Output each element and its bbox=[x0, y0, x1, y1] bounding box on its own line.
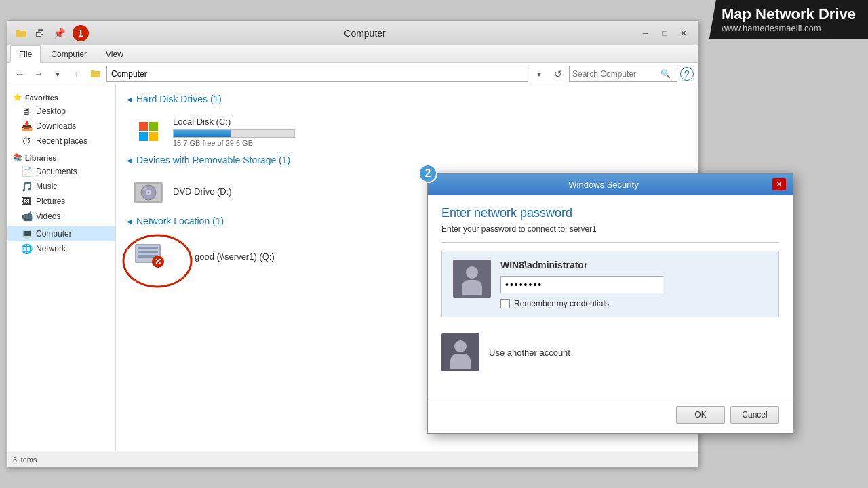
libraries-header: 📚 Libraries bbox=[7, 151, 115, 164]
network-drive-icon-container: ✕ bbox=[132, 237, 173, 278]
avatar-head bbox=[466, 266, 478, 279]
local-disk-item[interactable]: Local Disk (C:) 15.7 GB free of 29.6 GB bbox=[127, 111, 687, 152]
user-avatar bbox=[453, 260, 491, 298]
sidebar-item-music[interactable]: 🎵 Music bbox=[7, 179, 115, 194]
folder-icon bbox=[13, 25, 29, 41]
computer-icon: 💻 bbox=[21, 228, 32, 239]
sidebar: ⭐ Favorites 🖥 Desktop 📥 Downloads ⏱ Rece… bbox=[7, 85, 116, 451]
drive-size: 15.7 GB free of 29.6 GB bbox=[173, 139, 682, 147]
svg-point-8 bbox=[148, 192, 150, 194]
removable-section-header: Devices with Removable Storage (1) bbox=[127, 155, 687, 165]
forward-button[interactable]: → bbox=[31, 66, 47, 82]
local-disk-icon bbox=[132, 115, 165, 148]
use-another-text: Use another account bbox=[489, 348, 570, 358]
up-button[interactable]: ↑ bbox=[68, 66, 85, 82]
sidebar-item-desktop[interactable]: 🖥 Desktop bbox=[7, 104, 115, 119]
credential-fields: WIN8\administrator Remember my credentia… bbox=[500, 260, 768, 308]
back-button[interactable]: ← bbox=[12, 66, 28, 82]
sidebar-item-network[interactable]: 🌐 Network bbox=[7, 241, 115, 256]
favorites-header: ⭐ Favorites bbox=[7, 91, 115, 104]
credential-username: WIN8\administrator bbox=[500, 260, 768, 270]
desktop-icon: 🖥 bbox=[21, 106, 32, 117]
annotation-banner: Map Network Drive www.hamedesmaeili.com bbox=[709, 0, 868, 39]
security-dialog: 2 Windows Security ✕ Enter network passw… bbox=[427, 173, 793, 434]
svg-rect-1 bbox=[16, 30, 20, 32]
libraries-group: 📚 Libraries 📄 Documents 🎵 Music 🖼 Pictur… bbox=[7, 151, 115, 224]
use-another-head bbox=[454, 340, 467, 352]
dialog-subtitle: Enter your password to connect to: serve… bbox=[441, 224, 779, 243]
status-bar: 3 items bbox=[7, 451, 698, 467]
dialog-main-title: Enter network password bbox=[441, 206, 779, 220]
avatar-body bbox=[462, 280, 482, 295]
cancel-button[interactable]: Cancel bbox=[730, 406, 779, 424]
dialog-footer: OK Cancel bbox=[428, 399, 793, 433]
recent-locations-button[interactable]: ▼ bbox=[50, 66, 66, 82]
new-window-icon[interactable]: 🗗 bbox=[32, 25, 48, 41]
annotation-title: Map Network Drive bbox=[722, 5, 856, 23]
maximize-button[interactable]: □ bbox=[656, 26, 673, 40]
hard-disk-section-header: Hard Disk Drives (1) bbox=[127, 94, 687, 104]
sidebar-item-pictures[interactable]: 🖼 Pictures bbox=[7, 194, 115, 209]
documents-icon: 📄 bbox=[21, 166, 32, 177]
tab-view[interactable]: View bbox=[97, 45, 132, 62]
annotation-subtitle: www.hamedesmaeili.com bbox=[722, 23, 856, 33]
sidebar-item-documents[interactable]: 📄 Documents bbox=[7, 164, 115, 179]
use-another-figure bbox=[441, 340, 479, 371]
svg-text:✕: ✕ bbox=[155, 257, 161, 266]
help-button[interactable]: ? bbox=[680, 67, 694, 81]
pictures-icon: 🖼 bbox=[21, 196, 32, 207]
remember-checkbox[interactable] bbox=[500, 299, 510, 308]
address-text: Computer bbox=[111, 69, 147, 79]
minimize-button[interactable]: ─ bbox=[637, 26, 654, 40]
address-icon bbox=[87, 66, 104, 82]
recent-icon: ⏱ bbox=[21, 136, 32, 146]
status-text: 3 items bbox=[13, 455, 37, 464]
drive-bar-fill bbox=[174, 130, 231, 137]
ribbon: File Computer View bbox=[7, 45, 698, 63]
local-disk-name: Local Disk (C:) bbox=[173, 117, 682, 127]
search-box: 🔍 bbox=[569, 66, 677, 82]
drive-bar bbox=[173, 129, 295, 138]
close-button[interactable]: ✕ bbox=[675, 26, 692, 40]
address-bar: ← → ▼ ↑ Computer ▼ ↺ 🔍 ? bbox=[7, 63, 698, 85]
sidebar-item-videos[interactable]: 📹 Videos bbox=[7, 209, 115, 224]
avatar-figure bbox=[453, 266, 491, 298]
address-path[interactable]: Computer bbox=[106, 66, 528, 82]
videos-icon: 📹 bbox=[21, 211, 32, 222]
network-icon: 🌐 bbox=[21, 243, 32, 254]
window-title: Computer bbox=[93, 28, 637, 39]
window-controls: ─ □ ✕ bbox=[637, 26, 692, 40]
svg-rect-13 bbox=[138, 251, 158, 253]
tab-file[interactable]: File bbox=[10, 45, 41, 63]
password-input[interactable] bbox=[500, 276, 663, 293]
refresh-button[interactable]: ↺ bbox=[550, 66, 566, 82]
use-another-section[interactable]: Use another account bbox=[441, 328, 779, 377]
remember-row: Remember my credentials bbox=[500, 299, 768, 308]
local-disk-info: Local Disk (C:) 15.7 GB free of 29.6 GB bbox=[173, 117, 682, 147]
svg-rect-3 bbox=[91, 70, 95, 73]
downloads-icon: 📥 bbox=[21, 121, 32, 131]
sidebar-item-recent[interactable]: ⏱ Recent places bbox=[7, 134, 115, 148]
use-another-avatar bbox=[441, 333, 479, 371]
ribbon-tabs: File Computer View bbox=[7, 45, 698, 62]
title-bar-icons: 🗗 📌 bbox=[13, 25, 67, 41]
svg-rect-12 bbox=[138, 247, 158, 249]
pin-icon[interactable]: 📌 bbox=[51, 25, 67, 41]
sidebar-item-computer[interactable]: 💻 Computer bbox=[7, 226, 115, 241]
tab-computer[interactable]: Computer bbox=[42, 45, 96, 62]
address-dropdown-button[interactable]: ▼ bbox=[531, 66, 547, 82]
dvd-icon bbox=[132, 176, 165, 209]
dialog-title: Windows Security bbox=[435, 180, 772, 190]
dialog-close-button[interactable]: ✕ bbox=[772, 178, 786, 190]
use-another-body bbox=[450, 354, 471, 369]
sidebar-item-downloads[interactable]: 📥 Downloads bbox=[7, 119, 115, 134]
search-icon: 🔍 bbox=[660, 69, 671, 79]
dialog-title-bar: Windows Security ✕ bbox=[428, 174, 793, 195]
credential-section: WIN8\administrator Remember my credentia… bbox=[441, 251, 779, 317]
search-input[interactable] bbox=[572, 69, 660, 79]
ok-button[interactable]: OK bbox=[676, 406, 725, 424]
step2-badge: 2 bbox=[418, 164, 437, 183]
title-bar: 🗗 📌 1 Computer ─ □ ✕ bbox=[7, 21, 698, 45]
dialog-body: Enter network password Enter your passwo… bbox=[428, 195, 793, 399]
step1-badge: 1 bbox=[73, 25, 89, 41]
